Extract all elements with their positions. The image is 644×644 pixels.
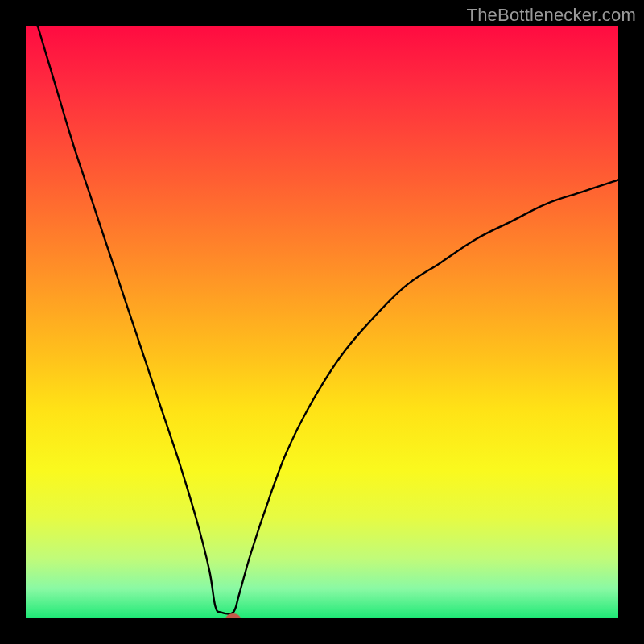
plot-area <box>26 26 618 618</box>
gradient-background <box>26 26 618 618</box>
watermark-label: TheBottlenecker.com <box>467 5 636 26</box>
bottleneck-chart <box>26 26 618 618</box>
chart-frame: TheBottlenecker.com <box>0 0 644 644</box>
